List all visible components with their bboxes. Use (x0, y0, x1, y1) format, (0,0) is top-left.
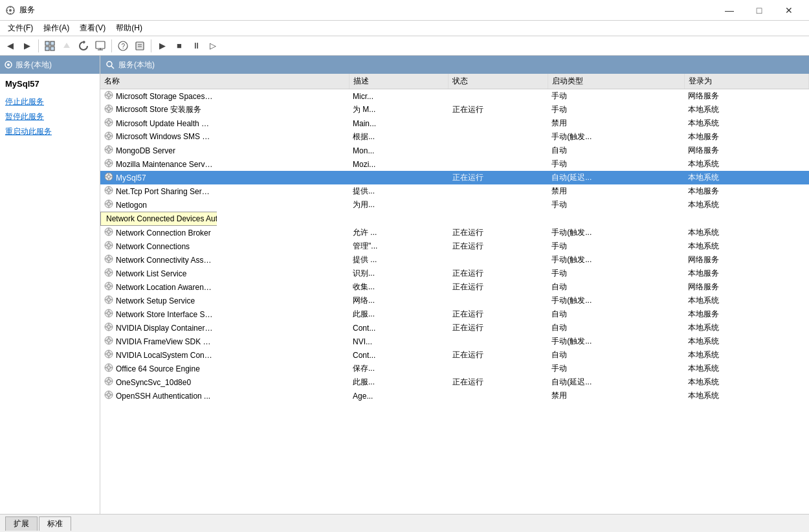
service-status-cell: 正在运行 (449, 321, 548, 335)
service-startup-cell: 手动 (548, 89, 684, 104)
close-button[interactable]: ✕ (774, 0, 804, 21)
service-name-cell: Network Connections (100, 239, 217, 253)
service-status-cell: 正在运行 (449, 348, 548, 362)
services-table: 名称 描述 状态 启动类型 登录为 Microsoft Storage Spac… (100, 74, 809, 403)
up-button[interactable] (59, 38, 74, 54)
table-row[interactable]: OpenSSH Authentication ...Age...禁用本地系统 (100, 389, 809, 403)
table-row[interactable]: Mozilla Maintenance ServiceMozi...手动本地系统 (100, 157, 809, 171)
menu-file[interactable]: 文件(F) (3, 21, 38, 35)
menu-action[interactable]: 操作(A) (38, 21, 74, 35)
table-row[interactable]: NVIDIA LocalSystem Conta...Cont...正在运行自动… (100, 348, 809, 362)
service-startup-cell: 自动(延迟... (548, 375, 684, 389)
service-icon (104, 159, 113, 170)
table-row[interactable]: Microsoft Update Health S...Main...禁用本地系… (100, 116, 809, 130)
toolbar-separator-2 (111, 39, 112, 52)
service-name-text: Microsoft Store 安装服务 (116, 104, 201, 115)
help-button[interactable]: ? (115, 38, 131, 54)
service-name-text: Netlogon (116, 201, 147, 210)
table-row[interactable]: Network Connections管理"...正在运行手动本地系统 (100, 239, 809, 253)
minimize-button[interactable]: — (715, 0, 744, 21)
forward-button[interactable]: ▶ (19, 38, 35, 54)
service-name-text: Network Connectivity Assis... (116, 256, 213, 265)
table-row[interactable]: Microsoft Storage Spaces S...Micr...手动网络… (100, 89, 809, 104)
title-bar: 服务 — □ ✕ (0, 0, 809, 21)
toolbar-separator-1 (38, 39, 39, 52)
service-icon (104, 118, 113, 129)
svg-point-1 (9, 9, 12, 12)
main-container: 服务(本地) MySql57 停止此服务 暂停此服务 重启动此服务 服务(本地)… (0, 56, 809, 514)
window-controls: — □ ✕ (715, 0, 804, 21)
service-name-cell: Microsoft Storage Spaces S... (100, 89, 217, 103)
service-startup-cell: 手动 (548, 198, 684, 212)
table-row[interactable]: Netlogon为用...手动本地系统 (100, 198, 809, 212)
resume-button[interactable]: ▷ (205, 38, 221, 54)
service-status-cell (449, 389, 548, 403)
service-status-cell (449, 184, 548, 198)
refresh-button[interactable] (76, 38, 91, 54)
table-row[interactable]: Office 64 Source Engine保存...手动本地系统 (100, 362, 809, 375)
service-login-cell: 本地系统 (684, 239, 808, 253)
service-name-text: NVIDIA FrameView SDK se... (116, 337, 213, 346)
service-login-cell: 本地系统 (684, 226, 808, 239)
service-name-cell: Microsoft Store 安装服务 (100, 103, 217, 116)
table-row[interactable]: MongoDB ServerMon...自动网络服务 (100, 144, 809, 157)
service-login-cell: 本地系统 (684, 362, 808, 375)
stop-service-link[interactable]: 停止此服务 (5, 96, 94, 107)
service-login-cell: 网络服务 (684, 280, 808, 294)
service-status-cell (449, 253, 548, 267)
svg-rect-6 (45, 41, 49, 45)
sidebar-title: 服务(本地) (16, 60, 52, 71)
services-table-container[interactable]: 名称 描述 状态 启动类型 登录为 Microsoft Storage Spac… (100, 74, 809, 514)
tab-extend[interactable]: 扩展 (5, 516, 38, 531)
table-row[interactable]: Network Connectivity Assis...提供 ...手动(触发… (100, 253, 809, 267)
toolbar: ◀ ▶ ? (0, 36, 809, 56)
pause-button[interactable]: ⏸ (188, 38, 204, 54)
table-row[interactable]: Network Connection Broker允许 ...正在运行手动(触发… (100, 226, 809, 239)
content-panel: 服务(本地) 名称 描述 状态 启动类型 登录为 Microsof (100, 56, 809, 514)
back-button[interactable]: ◀ (3, 38, 18, 54)
table-row[interactable]: MySql57正在运行自动(延迟...本地系统 (100, 171, 809, 184)
service-login-cell: 网络服务 (684, 253, 808, 267)
service-login-cell: 本地服务 (684, 267, 808, 280)
service-status-cell (449, 198, 548, 212)
table-row[interactable]: Network Store Interface Se...此服...正在运行自动… (100, 307, 809, 321)
export-button[interactable] (93, 38, 108, 54)
service-name-text: Network Setup Service (116, 296, 195, 305)
service-desc-cell: Cont... (349, 348, 449, 362)
col-status: 状态 (449, 74, 548, 89)
maximize-button[interactable]: □ (744, 0, 774, 21)
service-login-cell: 本地系统 (684, 157, 808, 171)
stop-button[interactable]: ■ (172, 38, 187, 54)
service-login-cell: 本地系统 (684, 171, 808, 184)
play-button[interactable]: ▶ (155, 38, 170, 54)
service-startup-cell: 禁用 (548, 116, 684, 130)
menu-view[interactable]: 查看(V) (74, 21, 111, 35)
tab-standard[interactable]: 标准 (39, 516, 71, 531)
service-login-cell: 本地系统 (684, 294, 808, 307)
restart-service-link[interactable]: 重启动此服务 (5, 126, 94, 137)
table-row[interactable]: NVIDIA Display Container LSCont...正在运行自动… (100, 321, 809, 335)
menu-help[interactable]: 帮助(H) (111, 21, 148, 35)
service-icon (104, 104, 113, 115)
svg-marker-10 (63, 43, 70, 48)
table-row[interactable]: Network Setup Service网络...手动(触发...本地系统 (100, 294, 809, 307)
service-icon (104, 322, 113, 333)
service-login-cell: 本地服务 (684, 184, 808, 198)
service-icon (104, 199, 113, 210)
svg-rect-11 (96, 41, 105, 49)
scope-button[interactable] (42, 38, 58, 54)
table-row[interactable]: Microsoft Store 安装服务为 M...正在运行手动本地系统 (100, 103, 809, 116)
table-row[interactable]: Microsoft Windows SMS 路...根据...手动(触发...本… (100, 130, 809, 144)
service-icon (104, 145, 113, 156)
pause-service-link[interactable]: 暂停此服务 (5, 111, 94, 122)
service-name-cell: Mozilla Maintenance Service (100, 157, 217, 171)
service-name-text: Network Store Interface Se... (116, 310, 213, 319)
properties-button[interactable] (132, 38, 148, 54)
table-row[interactable]: Network List Service识别...正在运行手动本地服务 (100, 267, 809, 280)
table-row[interactable]: Network Location Awarene...收集...正在运行自动网络… (100, 280, 809, 294)
table-row[interactable]: OneSyncSvc_10d8e0此服...正在运行自动(延迟...本地系统 (100, 375, 809, 389)
table-row[interactable]: Net.Tcp Port Sharing Service提供...禁用本地服务 (100, 184, 809, 198)
table-header-row: 名称 描述 状态 启动类型 登录为 (100, 74, 809, 89)
table-row[interactable]: NVIDIA FrameView SDK se...NVI...手动(触发...… (100, 335, 809, 348)
sidebar-icon (4, 60, 13, 69)
